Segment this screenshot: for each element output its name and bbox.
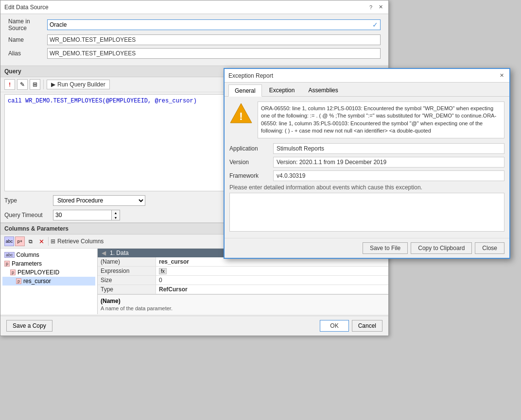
copy-button[interactable]: ⧉ [26,236,35,246]
name-description-panel: (Name) A name of the data parameter. [98,294,388,314]
tab-general[interactable]: General [228,84,262,97]
pemployeeid-label: PEMPLOYEEID [17,269,59,276]
framework-value: v4.0.30319 [273,170,504,181]
spin-controls: ▲ ▼ [111,210,120,220]
tree-columns-item[interactable]: abc Columns [2,251,95,259]
framework-row: Framework v4.0.30319 [229,170,504,181]
props-header-label: 1. Data [110,250,129,256]
props-collapse-icon[interactable]: ◀ [102,250,106,256]
name-input[interactable] [47,34,381,45]
tab-assemblies[interactable]: Assemblies [302,84,344,96]
exception-tab-content: ! ORA-06550: line 1, column 12:PLS-00103… [225,97,509,238]
exception-close-button[interactable]: Close [475,242,504,254]
exception-footer: Save to File Copy to Clipboard Close [225,238,509,258]
col-toolbar-separator [48,237,49,246]
timeout-label: Query Timeout [4,212,53,218]
spin-up-button[interactable]: ▲ [112,210,120,215]
type-select[interactable]: Stored Procedure [53,195,145,206]
timeout-input[interactable] [53,210,111,220]
table-icon-button[interactable]: ⊞ [30,79,40,90]
edit-icon-button[interactable]: ✎ [17,79,28,90]
name-label: Name [8,36,47,43]
props-type-key: Type [98,285,156,294]
run-query-button[interactable]: ▶ Run Query Builder [47,80,110,89]
props-name-key: (Name) [98,257,156,266]
version-label: Version [229,159,273,166]
table-retrieve-icon: ⊞ [51,238,55,245]
version-value: Version: 2020.1.1 from 19 December 2019 [273,157,504,168]
timeout-spin-container: ▲ ▼ [53,210,120,220]
props-name-value: res_cursor [156,257,388,266]
columns-label: Columns [17,252,39,258]
name-in-source-row: Name in Source ✓ [8,18,381,32]
save-to-file-button[interactable]: Save to File [363,242,408,254]
bottom-bar: Save a Copy OK Cancel [0,316,388,336]
name-in-source-input[interactable] [50,21,372,28]
rescursor-label: res_cursor [23,278,51,285]
props-size-key: Size [98,276,156,285]
tab-exception[interactable]: Exception [263,84,301,96]
run-query-label: Run Query Builder [57,81,105,88]
tree-parameters-item[interactable]: p Parameters [2,259,95,268]
warning-icon: ! [229,101,253,125]
abc-add-button[interactable]: abc [4,236,14,246]
copy-to-clipboard-button[interactable]: Copy to Clipboard [411,242,472,254]
exception-tabs-row: General Exception Assemblies [225,83,509,97]
columns-abc-icon: abc [4,252,15,258]
events-label: Please enter detailed information about … [229,184,504,191]
name-in-source-input-wrapper: ✓ [47,19,381,30]
spin-down-button[interactable]: ▼ [112,215,120,220]
exception-close-x-button[interactable]: ✕ [498,72,505,80]
events-textarea[interactable] [229,193,504,232]
tree-pemployeeid-item[interactable]: p PEMPLOYEEID [2,268,95,277]
exception-title: Exception Report [228,72,273,79]
rescursor-p-icon: p [16,278,21,284]
props-type-value: RefCursor [156,285,388,294]
props-expression-row: Expression fx [98,267,388,276]
form-section: Name in Source ✓ Name Alias [0,14,388,66]
name-row: Name [8,34,381,45]
oracle-check-icon: ✓ [372,21,378,29]
error-block: ! ORA-06550: line 1, column 12:PLS-00103… [229,101,504,138]
help-button[interactable]: ? [367,3,375,11]
parameters-p-icon: p [4,261,10,267]
alias-row: Alias [8,48,381,59]
error-message-content: ORA-06550: line 1, column 12:PLS-00103: … [261,105,496,134]
name-in-source-label: Name in Source [8,18,47,32]
props-type-row: Type RefCursor [98,285,388,294]
tree-rescursor-item[interactable]: p res_cursor [2,277,95,286]
warning-triangle-svg: ! [229,101,253,125]
props-name-row: (Name) res_cursor [98,257,388,267]
alias-label: Alias [8,50,47,57]
application-value: Stimulsoft Reports [273,143,504,154]
edit-datasource-title: Edit Data Source [4,4,49,11]
alias-input[interactable] [47,48,381,59]
toolbar-separator [43,80,44,89]
props-expression-key: Expression [98,267,156,275]
props-size-value: 0 [156,276,388,285]
close-button[interactable]: ✕ [377,3,384,11]
error-icon-button[interactable]: ! [4,79,15,90]
application-row: Application Stimulsoft Reports [229,143,504,154]
window-controls: ? ✕ [367,3,384,11]
ok-button[interactable]: OK [320,320,348,332]
name-desc-title: (Name) [101,298,385,304]
application-label: Application [229,145,273,152]
type-label: Type [4,197,53,204]
play-icon: ▶ [51,81,55,88]
svg-text:!: ! [239,110,243,122]
cancel-button[interactable]: Cancel [352,320,382,332]
delete-col-button[interactable]: ✕ [36,236,46,246]
error-message-text: ORA-06550: line 1, column 12:PLS-00103: … [258,101,504,138]
p-add-button[interactable]: p+ [15,236,25,246]
framework-label: Framework [229,172,273,179]
exception-report-dialog: Exception Report ✕ General Exception Ass… [224,68,510,259]
props-size-row: Size 0 [98,276,388,285]
expression-fx-button[interactable]: fx [159,268,167,274]
parameters-label: Parameters [12,260,42,267]
exception-titlebar: Exception Report ✕ [225,69,509,83]
save-copy-button[interactable]: Save a Copy [6,320,52,332]
retrieve-columns-button[interactable]: ⊞ Retrieve Columns [51,238,104,245]
pemployeeid-p-icon: p [10,269,16,275]
version-row: Version Version: 2020.1.1 from 19 Decemb… [229,157,504,168]
